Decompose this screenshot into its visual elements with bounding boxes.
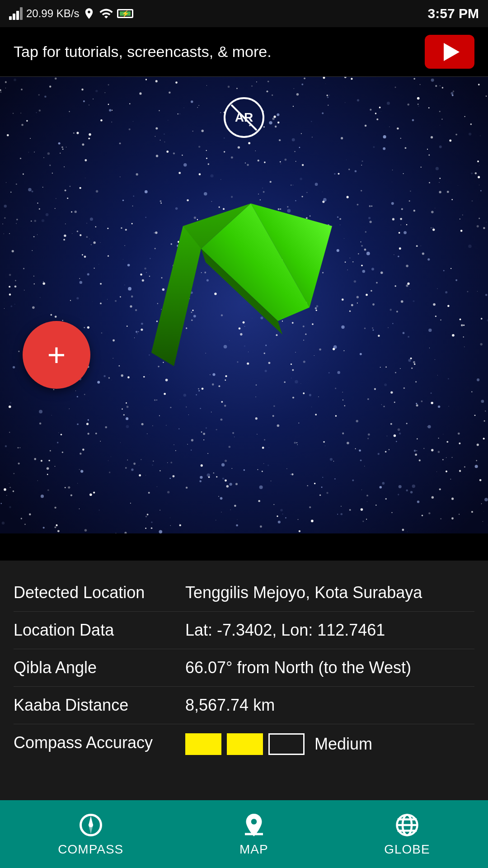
qibla-angle-label: Qibla Angle [14, 658, 185, 677]
nav-item-map[interactable]: MAP [239, 811, 268, 857]
detected-location-row: Detected Location Tenggilis Mejoyo, Kota… [14, 574, 474, 612]
nav-item-compass[interactable]: COMPASS [58, 811, 123, 857]
compass-icon [77, 811, 104, 839]
nav-label-map: MAP [239, 842, 268, 857]
compass-accuracy-row: Compass Accuracy Medium [14, 724, 474, 764]
kaaba-distance-value: 8,567.74 km [185, 696, 474, 715]
nav-label-compass: COMPASS [58, 842, 123, 857]
globe-icon [394, 811, 421, 839]
nav-label-globe: GLOBE [384, 842, 430, 857]
wifi-icon [99, 6, 113, 21]
kaaba-distance-label: Kaaba Distance [14, 696, 185, 715]
time: 3:57 PM [428, 6, 479, 21]
accuracy-bars: Medium [185, 733, 372, 755]
ad-banner[interactable]: Tap for tutorials, screencasts, & more. [0, 27, 488, 77]
qibla-angle-row: Qibla Angle 66.07° from North (to the We… [14, 649, 474, 687]
location-data-row: Location Data Lat: -7.3402, Lon: 112.746… [14, 612, 474, 649]
arrow-svg [120, 190, 346, 416]
accuracy-text: Medium [314, 735, 372, 754]
kaaba-distance-row: Kaaba Distance 8,567.74 km [14, 687, 474, 724]
signal-bars [9, 7, 23, 20]
accuracy-bar-1 [185, 733, 221, 755]
status-left: 20.99 KB/s ⚡ [9, 6, 133, 21]
fab-button[interactable]: + [23, 321, 90, 389]
nav-item-globe[interactable]: GLOBE [384, 811, 430, 857]
status-bar: 20.99 KB/s ⚡ 3:57 PM [0, 0, 488, 27]
map-icon [240, 811, 267, 839]
network-speed: 20.99 KB/s [26, 7, 79, 20]
bottom-nav: COMPASS MAP GLOBE [0, 800, 488, 868]
compass-accuracy-label: Compass Accuracy [14, 733, 185, 752]
accuracy-bar-2 [227, 733, 263, 755]
battery-icon: ⚡ [117, 9, 133, 18]
detected-location-label: Detected Location [14, 583, 185, 602]
accuracy-bar-3 [268, 733, 305, 755]
ad-text: Tap for tutorials, screencasts, & more. [14, 43, 272, 61]
info-panel: Detected Location Tenggilis Mejoyo, Kota… [0, 561, 488, 800]
location-icon [83, 7, 95, 20]
qibla-angle-value: 66.07° from North (to the West) [185, 658, 474, 677]
svg-marker-4 [151, 226, 201, 366]
plus-icon: + [47, 339, 66, 371]
play-icon [444, 43, 460, 61]
status-right: 3:57 PM [428, 6, 479, 21]
detected-location-value: Tenggilis Mejoyo, Kota Surabaya [185, 583, 474, 602]
direction-arrow [120, 190, 346, 416]
ar-button[interactable]: AR [224, 97, 264, 138]
location-data-label: Location Data [14, 621, 185, 640]
location-data-value: Lat: -7.3402, Lon: 112.7461 [185, 621, 474, 640]
youtube-button[interactable] [425, 35, 474, 69]
